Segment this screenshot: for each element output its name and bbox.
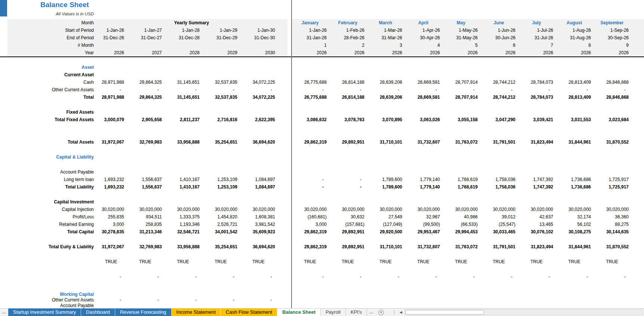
monthly-header-cell[interactable]: 1-Jun-26 [480,27,518,34]
monthly-header-cell[interactable]: 1-Jan-26 [291,27,329,34]
value-cell[interactable] [240,146,277,153]
value-cell[interactable] [329,131,367,138]
value-cell[interactable] [96,161,126,168]
value-cell[interactable] [555,108,593,116]
value-cell[interactable] [291,236,329,243]
value-cell[interactable]: 30,033,465 [480,228,518,236]
value-cell[interactable]: 3,981,542 [240,221,277,228]
value-cell[interactable] [480,292,518,297]
value-cell[interactable]: 1,608,381 [240,213,277,221]
yearly-header-cell[interactable]: 31-Dec-28 [164,34,202,42]
value-cell[interactable]: 26,775,688 [291,79,329,86]
value-cell[interactable]: 36,694,620 [240,243,277,251]
monthly-header-cell[interactable]: 1-Jul-26 [518,27,555,34]
value-cell[interactable]: - [593,273,631,280]
value-cell[interactable] [164,168,202,176]
value-cell[interactable] [291,64,329,71]
monthly-header-cell[interactable]: 4 [404,42,442,49]
value-cell[interactable] [164,131,202,138]
value-cell[interactable]: 3,047,290 [480,116,518,123]
value-cell[interactable] [404,266,442,273]
value-cell[interactable]: - [164,86,202,93]
value-cell[interactable] [202,286,240,292]
value-cell[interactable]: 1,758,036 [480,176,518,183]
value-cell[interactable]: TRUE [164,258,202,266]
value-cell[interactable] [164,146,202,153]
value-cell[interactable] [593,198,631,206]
value-cell[interactable]: 3,055,158 [442,116,480,123]
value-cell[interactable] [404,131,442,138]
value-cell[interactable] [126,161,164,168]
value-cell[interactable] [518,198,555,206]
monthly-header-cell[interactable]: 2 [329,42,367,49]
row-label[interactable]: Retained Earning [7,221,96,228]
value-cell[interactable]: 40,986 [442,213,480,221]
value-cell[interactable]: 2,716,816 [202,116,240,123]
value-cell[interactable] [96,131,126,138]
value-cell[interactable] [593,108,631,116]
value-cell[interactable] [442,131,480,138]
value-cell[interactable] [480,131,518,138]
value-cell[interactable] [555,101,593,108]
value-cell[interactable] [164,251,202,258]
row-label[interactable] [7,286,96,292]
value-cell[interactable] [126,266,164,273]
row-label[interactable]: Working Capital [7,292,96,297]
value-cell[interactable] [593,131,631,138]
value-cell[interactable] [367,153,404,161]
horizontal-scrollbar-thumb[interactable] [406,310,484,315]
value-cell[interactable]: - [126,86,164,93]
value-cell[interactable]: 2,526,721 [202,221,240,228]
value-cell[interactable] [202,168,240,176]
value-cell[interactable]: 31,972,067 [96,138,126,146]
value-cell[interactable] [126,168,164,176]
value-cell[interactable]: 29,994,453 [442,228,480,236]
value-cell[interactable]: 1,789,600 [367,183,404,191]
yearly-header-cell[interactable]: 2030 [240,49,277,56]
value-cell[interactable]: 29,892,951 [329,243,367,251]
value-cell[interactable]: 29,892,951 [329,138,367,146]
monthly-header-cell[interactable]: 2026 [555,49,593,56]
value-cell[interactable] [202,153,240,161]
value-cell[interactable] [291,292,329,297]
yearly-header-cell[interactable]: 31-Dec-26 [96,34,126,42]
value-cell[interactable]: TRUE [329,258,367,266]
value-cell[interactable] [518,297,555,303]
value-cell[interactable] [518,292,555,297]
value-cell[interactable] [593,101,631,108]
month-name[interactable]: May [442,19,480,27]
value-cell[interactable]: 1,747,392 [518,176,555,183]
value-cell[interactable]: 33,956,888 [164,243,202,251]
value-cell[interactable]: 30,632 [329,213,367,221]
monthly-header-cell[interactable]: 2026 [404,49,442,56]
value-cell[interactable] [329,64,367,71]
value-cell[interactable]: 1,779,140 [404,183,442,191]
monthly-header-cell[interactable]: 1 [291,42,329,49]
value-cell[interactable] [329,161,367,168]
value-cell[interactable] [329,146,367,153]
value-cell[interactable] [126,64,164,71]
value-cell[interactable] [367,131,404,138]
monthly-header-cell[interactable]: 6 [480,42,518,49]
value-cell[interactable] [291,303,329,308]
value-cell[interactable] [555,236,593,243]
sheet-tab-revenue-forecasting[interactable]: Revenue Forecasting [115,309,172,316]
value-cell[interactable] [96,64,126,71]
value-cell[interactable]: - [593,86,631,93]
value-cell[interactable]: 31,823,494 [518,243,555,251]
value-cell[interactable] [404,297,442,303]
value-cell[interactable] [291,280,329,286]
value-cell[interactable] [240,101,277,108]
value-cell[interactable] [202,236,240,243]
value-cell[interactable]: 3,000 [291,221,329,228]
value-cell[interactable] [593,71,631,79]
value-cell[interactable]: 29,920,500 [367,228,404,236]
yearly-header-cell[interactable] [202,42,240,49]
value-cell[interactable]: 2,622,395 [240,116,277,123]
value-cell[interactable]: 28,669,581 [404,79,442,86]
value-cell[interactable] [291,101,329,108]
sheet-tab-startup-investment-summary[interactable]: Startup Investment Summary [8,309,81,316]
value-cell[interactable] [164,161,202,168]
value-cell[interactable]: 31,791,501 [480,138,518,146]
value-cell[interactable]: 30,020,000 [404,206,442,213]
